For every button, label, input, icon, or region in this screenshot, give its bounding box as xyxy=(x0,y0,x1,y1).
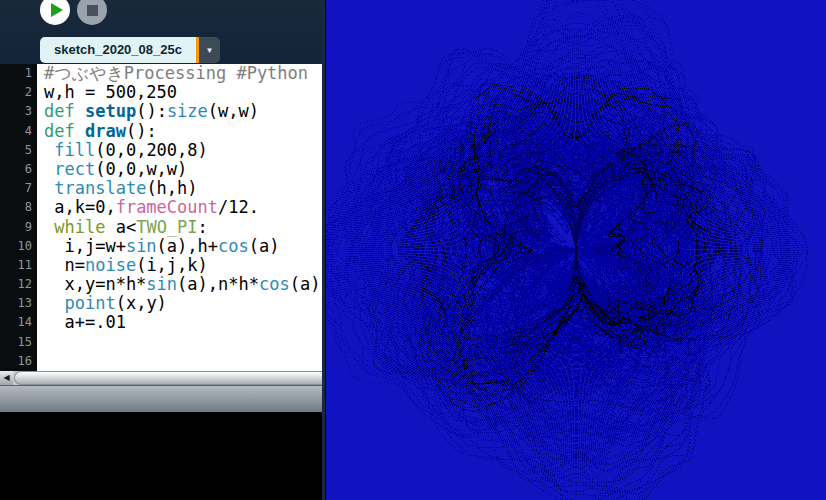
line-number: 2 xyxy=(0,83,32,102)
code-line[interactable]: n=noise(i,j,k) xyxy=(37,256,322,275)
code-area[interactable]: #つぶやきProcessing #Pythonw,h = 500,250def … xyxy=(37,64,322,371)
line-number: 15 xyxy=(0,333,32,352)
line-number: 9 xyxy=(0,218,32,237)
code-line[interactable]: while a<TWO_PI: xyxy=(37,218,322,237)
code-line[interactable]: a+=.01 xyxy=(37,313,322,332)
code-line[interactable]: def setup():size(w,w) xyxy=(37,102,322,121)
stop-button[interactable] xyxy=(77,0,107,25)
tab-bar: sketch_2020_08_25c ▼ xyxy=(40,37,220,63)
code-line[interactable]: fill(0,0,200,8) xyxy=(37,141,322,160)
code-line[interactable] xyxy=(37,333,322,352)
sketch-window[interactable] xyxy=(326,0,826,500)
horizontal-scrollbar[interactable]: ◀ xyxy=(0,371,322,385)
scrollbar-thumb[interactable] xyxy=(14,371,322,385)
tab-sketch[interactable]: sketch_2020_08_25c xyxy=(40,37,196,63)
line-number: 3 xyxy=(0,102,32,121)
line-number: 13 xyxy=(0,294,32,313)
line-number: 16 xyxy=(0,352,32,371)
code-line[interactable]: i,j=w+sin(a),h+cos(a) xyxy=(37,237,322,256)
code-line[interactable]: #つぶやきProcessing #Python xyxy=(37,64,322,83)
line-number: 11 xyxy=(0,256,32,275)
code-line[interactable]: x,y=n*h*sin(a),n*h*cos(a) xyxy=(37,275,322,294)
line-number: 10 xyxy=(0,237,32,256)
line-number: 7 xyxy=(0,179,32,198)
line-number: 8 xyxy=(0,198,32,217)
code-editor[interactable]: 12345678910111213141516 #つぶやきProcessing … xyxy=(0,64,322,371)
tab-dropdown-button[interactable]: ▼ xyxy=(199,37,220,63)
code-line[interactable]: point(x,y) xyxy=(37,294,322,313)
code-line[interactable]: a,k=0,frameCount/12. xyxy=(37,198,322,217)
scroll-left-arrow-icon[interactable]: ◀ xyxy=(0,371,13,385)
line-number: 5 xyxy=(0,141,32,160)
line-number: 6 xyxy=(0,160,32,179)
run-button[interactable] xyxy=(40,0,70,25)
line-number: 14 xyxy=(0,313,32,332)
code-line[interactable]: w,h = 500,250 xyxy=(37,83,322,102)
chevron-down-icon: ▼ xyxy=(205,46,213,55)
line-number: 1 xyxy=(0,64,32,83)
line-number: 12 xyxy=(0,275,32,294)
console-output xyxy=(0,412,322,500)
code-line[interactable]: translate(h,h) xyxy=(37,179,322,198)
stop-icon xyxy=(87,5,98,16)
code-line[interactable] xyxy=(37,352,322,371)
code-line[interactable]: rect(0,0,w,w) xyxy=(37,160,322,179)
code-line[interactable]: def draw(): xyxy=(37,122,322,141)
play-icon xyxy=(51,3,63,17)
toolbar: sketch_2020_08_25c ▼ xyxy=(0,0,322,64)
message-bar xyxy=(0,385,322,412)
line-number-gutter: 12345678910111213141516 xyxy=(0,64,37,371)
editor-panel: sketch_2020_08_25c ▼ 1234567891011121314… xyxy=(0,0,322,500)
line-number: 4 xyxy=(0,122,32,141)
sketch-canvas[interactable] xyxy=(326,0,826,500)
